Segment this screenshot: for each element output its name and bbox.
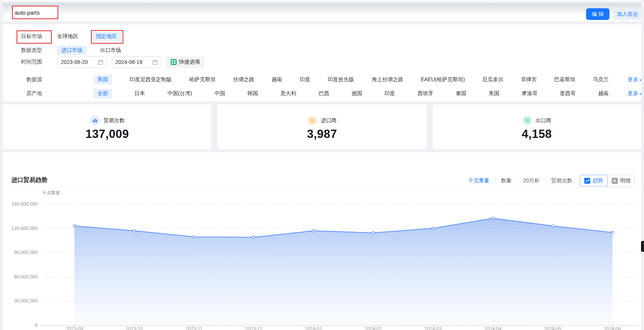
filter-option[interactable]: 全球地区 <box>57 33 78 40</box>
filter-option[interactable]: 指定地区 <box>92 32 121 41</box>
metric-tab[interactable]: 贸易次数 <box>551 177 572 184</box>
more-label: 更多 <box>628 90 638 96</box>
chevron-down-icon: ∨ <box>639 92 642 96</box>
filter-panel: 目标市场 全球地区指定地区 数据类型 进口市场出口市场 时间范围 2023-08… <box>3 24 641 101</box>
search-input-value: auto parts <box>15 9 40 16</box>
calendar-icon <box>152 59 158 65</box>
start-date-input[interactable]: 2023-08-20 <box>57 56 107 68</box>
data-point[interactable] <box>253 236 255 239</box>
filter-option[interactable]: 印度 <box>300 76 310 83</box>
filter-option[interactable]: 墨西哥 <box>560 90 576 97</box>
filter-option[interactable]: 巴基斯坦 <box>554 76 575 83</box>
trend-chart-panel: 进口贸易趋势 千克重量数量20尺柜贸易次数 趋势明细 千克重量 030,000,… <box>3 152 641 330</box>
filter-option[interactable]: 越南 <box>272 76 282 83</box>
data-source-options: 美国印度尼西亚定制版哈萨克斯坦丝绸之路越南印度印度抢先版海上丝绸之路EAEU(哈… <box>93 75 609 85</box>
data-point[interactable] <box>193 236 195 238</box>
filter-option[interactable]: 哈萨克斯坦 <box>189 76 215 83</box>
filter-option[interactable]: 中国(台湾) <box>167 90 192 97</box>
origin-more-link[interactable]: 更多∨ <box>628 90 642 97</box>
x-axis-tick-label: 2024-06 <box>604 326 621 330</box>
data-point[interactable] <box>73 225 76 227</box>
data-point[interactable] <box>432 227 435 230</box>
target-market-label: 目标市场 <box>3 33 42 40</box>
filter-option[interactable]: 丝绸之路 <box>233 76 254 83</box>
view-toggle-明细[interactable]: 明细 <box>607 175 635 186</box>
stat-label: 贸易次数 <box>103 117 124 124</box>
add-to-radar-button[interactable]: 加入雷达 <box>613 8 642 20</box>
x-axis-tick-label: 2023-09 <box>66 326 83 330</box>
x-axis-tick-label: 2024-05 <box>544 326 561 330</box>
divider <box>545 178 546 183</box>
filter-option[interactable]: 泰国 <box>456 90 466 97</box>
stat-card-head: 贸易次数 <box>90 115 124 126</box>
data-point[interactable] <box>133 230 136 232</box>
filter-option[interactable]: 美国 <box>93 75 112 85</box>
data-type-label: 数据类型 <box>3 47 42 54</box>
search-input[interactable]: auto parts <box>12 6 58 19</box>
filter-option[interactable]: 德国 <box>352 90 362 97</box>
edit-button[interactable]: 编 辑 <box>586 8 609 20</box>
filter-option[interactable]: 摩洛哥 <box>522 90 538 97</box>
filter-option[interactable]: 越南 <box>598 90 609 97</box>
stat-card: 贸易次数137,009 <box>3 104 211 149</box>
filter-option[interactable]: 海上丝绸之路 <box>371 76 403 83</box>
stat-card: 出口商4,158 <box>433 104 641 149</box>
stat-value: 137,009 <box>85 127 129 141</box>
stat-value: 4,158 <box>522 127 552 141</box>
divider <box>517 178 517 183</box>
view-toggle-label: 趋势 <box>592 177 603 184</box>
metric-tab[interactable]: 数量 <box>501 177 511 184</box>
exporter-icon <box>522 115 532 126</box>
filter-row-data-source: 数据源 美国印度尼西亚定制版哈萨克斯坦丝绸之路越南印度印度抢先版海上丝绸之路EA… <box>3 74 641 85</box>
filter-option[interactable]: 巴西 <box>318 90 329 97</box>
start-date-value: 2023-08-20 <box>61 59 88 65</box>
y-axis-tick-label: 120,000,000 <box>11 226 38 231</box>
top-bar: auto parts 编 辑 加入雷达 <box>3 0 641 21</box>
filter-option[interactable]: 西班牙 <box>418 90 433 97</box>
stat-card-head: 出口商 <box>522 115 552 126</box>
filter-option[interactable]: 印度尼西亚定制版 <box>130 76 172 83</box>
filter-option[interactable]: 印度抢先版 <box>328 76 354 83</box>
filter-option[interactable]: 中国 <box>214 90 225 97</box>
data-point[interactable] <box>312 230 315 232</box>
filter-option[interactable]: 进口市场 <box>57 45 86 55</box>
y-axis-tick-label: 60,000,000 <box>14 274 38 280</box>
stat-label: 进口商 <box>321 117 336 124</box>
importer-icon <box>307 115 317 126</box>
filter-option[interactable]: 全部 <box>93 89 112 98</box>
time-range-controls: 2023-08-20 2024-08-19 <box>57 56 205 68</box>
y-axis-tick-label: 30,000,000 <box>14 298 38 304</box>
metric-tab[interactable]: 千克重量 <box>468 177 489 184</box>
filter-option[interactable]: 日本 <box>135 90 145 97</box>
filter-option[interactable]: 印度 <box>385 90 395 97</box>
y-axis-tick-label: 90,000,000 <box>14 250 38 255</box>
filter-option[interactable]: 出口市场 <box>100 47 121 54</box>
data-source-more-link[interactable]: 更多∨ <box>628 76 642 83</box>
filter-option[interactable]: 菲律宾 <box>521 76 537 83</box>
filter-option[interactable]: EAEU(哈萨克斯坦) <box>421 76 465 83</box>
metric-tab[interactable]: 20尺柜 <box>523 177 539 184</box>
divider <box>3 188 641 188</box>
filter-option[interactable]: 意大利 <box>280 90 296 97</box>
quick-options-button[interactable]: 快捷选项 <box>166 56 205 68</box>
end-date-input[interactable]: 2024-08-19 <box>112 56 162 68</box>
data-point[interactable] <box>492 217 494 219</box>
end-date-value: 2024-08-19 <box>115 59 142 65</box>
filter-option[interactable]: 厄瓜多尔 <box>482 76 503 83</box>
filter-row-target-market: 目标市场 全球地区指定地区 <box>3 31 641 42</box>
filter-option[interactable]: 美国 <box>489 90 499 97</box>
data-point[interactable] <box>552 225 554 227</box>
filter-option[interactable]: 韩国 <box>247 90 258 97</box>
filter-row-origin: 原产地 全部日本中国(台湾)中国韩国意大利巴西德国印度西班牙泰国美国摩洛哥墨西哥… <box>3 88 641 99</box>
view-toggle-趋势[interactable]: 趋势 <box>580 175 608 186</box>
stat-card-head: 进口商 <box>307 115 336 126</box>
quick-options-label: 快捷选项 <box>179 59 200 65</box>
data-point[interactable] <box>611 231 614 234</box>
scrollbar-thumb[interactable] <box>641 241 644 252</box>
filter-option[interactable]: 乌克兰 <box>593 76 609 83</box>
metric-tabs: 千克重量数量20尺柜贸易次数 <box>468 177 572 184</box>
data-point[interactable] <box>372 232 375 234</box>
trend-area-chart: 030,000,00060,000,00090,000,000120,000,0… <box>3 194 641 330</box>
stats-row: 贸易次数137,009进口商3,987出口商4,158 <box>3 104 641 149</box>
target-market-options: 全球地区指定地区 <box>57 32 121 41</box>
